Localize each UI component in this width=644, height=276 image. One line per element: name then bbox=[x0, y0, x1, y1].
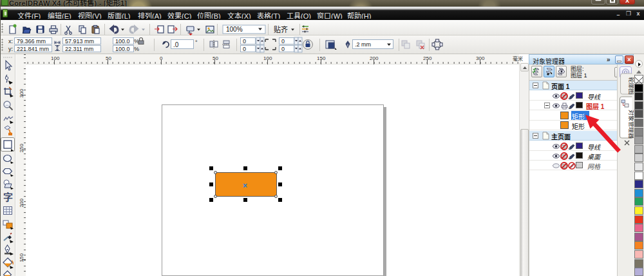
svg-text:贴齐: 贴齐 bbox=[274, 25, 288, 34]
svg-text:100%: 100% bbox=[226, 26, 243, 33]
svg-text:字: 字 bbox=[3, 192, 13, 202]
